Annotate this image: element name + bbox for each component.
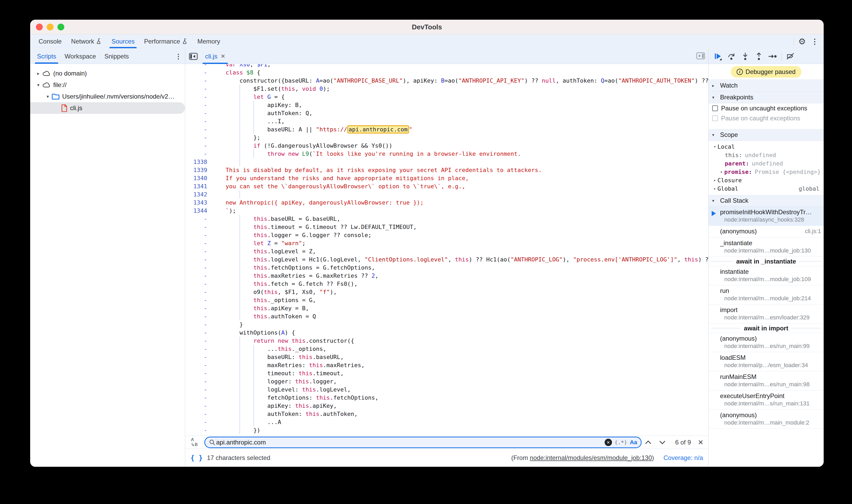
step-icon[interactable]	[767, 51, 778, 62]
code-line[interactable]: -logger: this.logger,	[185, 377, 708, 385]
line-number[interactable]: -	[185, 296, 214, 304]
stack-frame-instantiate[interactable]: instantiatenode:internal/m…module_job:10…	[709, 266, 824, 285]
tab-sources[interactable]: Sources	[107, 34, 139, 48]
code-line[interactable]: -this.baseURL = G.baseURL,	[185, 215, 708, 223]
tab-performance[interactable]: Performance	[139, 34, 193, 48]
stack-frame-runmainesm[interactable]: runMainESMnode:internal/m…es/run_main:98	[709, 371, 824, 391]
code-line[interactable]: -this.apiKey = B,	[185, 304, 708, 312]
code-line[interactable]: -class $8 {	[185, 69, 708, 76]
line-number[interactable]: -	[185, 142, 214, 150]
line-number[interactable]: -	[185, 264, 214, 272]
show-debugger-panel-icon[interactable]	[696, 52, 705, 60]
code-line[interactable]: 1338	[185, 158, 708, 166]
deactivate-breakpoints-icon[interactable]	[785, 51, 796, 62]
line-number[interactable]: -	[185, 304, 214, 312]
line-number[interactable]: 1344	[185, 206, 214, 215]
line-number[interactable]: -	[185, 353, 214, 361]
line-number[interactable]: 1343	[185, 198, 214, 206]
line-number[interactable]: -	[185, 133, 214, 142]
code-line[interactable]: -};	[185, 133, 708, 142]
callstack-section-header[interactable]: ▾ Call Stack	[709, 195, 824, 206]
code-line[interactable]: -...A	[185, 418, 708, 426]
line-number[interactable]: -	[185, 385, 214, 394]
stack-frame--anonymous-[interactable]: (anonymous)node:internal/m…main_module:2	[709, 410, 824, 429]
code-line[interactable]: -maxRetries: this.maxRetries,	[185, 361, 708, 369]
line-number[interactable]: 1340	[185, 174, 214, 182]
line-number[interactable]: -	[185, 125, 214, 133]
checkbox-row-pause-on-uncaught-exceptions[interactable]: Pause on uncaught exceptions	[709, 103, 824, 113]
line-number[interactable]: -	[185, 150, 214, 158]
code-line[interactable]: -this.authToken = Q	[185, 312, 708, 321]
code-line[interactable]: -logLevel: this.logLevel,	[185, 385, 708, 394]
code-line[interactable]: -this.logger = G.logger ?? console;	[185, 231, 708, 239]
close-search-icon[interactable]: ✕	[698, 436, 704, 449]
line-number[interactable]: -	[185, 328, 214, 337]
code-line[interactable]: -if (!G.dangerouslyAllowBrowser && Ys0()…	[185, 142, 708, 150]
scope-var-this[interactable]: this:undefined	[709, 151, 824, 159]
pretty-print-icon[interactable]: { }	[191, 454, 203, 462]
code-line[interactable]: -...this._options,	[185, 345, 708, 353]
replace-toggle-icon[interactable]: A↳B	[191, 437, 202, 448]
tree-item-file-[interactable]: ▾file://	[30, 79, 185, 91]
chevron-right-icon[interactable]: ▸	[35, 71, 42, 76]
line-number[interactable]: -	[185, 337, 214, 345]
stack-frame-run[interactable]: runnode:internal/m…module_job:214	[709, 285, 824, 304]
close-tab-icon[interactable]: ✕	[220, 53, 225, 60]
match-case-toggle-icon[interactable]: Aa	[630, 439, 637, 446]
code-line[interactable]: -o9(this, $F1, Xs0, "f"),	[185, 288, 708, 296]
line-number[interactable]: 1338	[185, 158, 214, 166]
line-number[interactable]: -	[185, 64, 214, 69]
stack-frame--anonymous-[interactable]: (anonymous)cli.js:1	[709, 226, 824, 238]
settings-gear-icon[interactable]: ⚙	[798, 37, 806, 46]
line-number[interactable]: -	[185, 255, 214, 264]
code-line[interactable]: -baseURL: this.baseURL,	[185, 353, 708, 361]
code-line[interactable]: 1344`);	[185, 206, 708, 215]
sidebar-tab-scripts[interactable]: Scripts	[33, 49, 60, 64]
chevron-down-icon[interactable]: ▾	[35, 82, 42, 88]
stack-frame-import[interactable]: importnode:internal/m…esm/loader:329	[709, 304, 824, 324]
step-over-icon[interactable]	[726, 51, 738, 62]
line-number[interactable]: -	[185, 369, 214, 377]
code-line[interactable]: -})	[185, 426, 708, 434]
stack-frame-promiseinithookwithdestroytr-[interactable]: promiseInitHookWithDestroyTr…node:intern…	[709, 206, 824, 226]
code-line[interactable]: -let G = {	[185, 93, 708, 101]
breakpoints-section-header[interactable]: ▾ Breakpoints	[709, 91, 824, 103]
line-number[interactable]: -	[185, 410, 214, 418]
source-origin-link[interactable]: node:internal/modules/esm/module_job:130	[530, 454, 652, 461]
code-line[interactable]: 1343new Anthropic({ apiKey, dangerouslyA…	[185, 198, 708, 206]
line-number[interactable]: -	[185, 321, 214, 328]
stack-frame--anonymous-[interactable]: (anonymous)node:internal/m…es/run_main:9…	[709, 333, 824, 352]
line-number[interactable]: -	[185, 223, 214, 231]
tab-console[interactable]: Console	[34, 34, 66, 48]
line-number[interactable]: -	[185, 239, 214, 247]
tab-network[interactable]: Network	[66, 34, 107, 48]
code-line[interactable]: -this.logLevel = Z,	[185, 247, 708, 255]
line-number[interactable]: -	[185, 231, 214, 239]
sidebar-more-kebab-icon[interactable]: ⋮	[175, 49, 182, 64]
line-number[interactable]: 1342	[185, 191, 214, 198]
line-number[interactable]: -	[185, 361, 214, 369]
code-line[interactable]: -this.maxRetries = G.maxRetries ?? 2,	[185, 272, 708, 280]
line-number[interactable]: -	[185, 394, 214, 402]
stack-frame--instantiate[interactable]: _instantiatenode:internal/m…module_job:1…	[709, 238, 824, 257]
code-line[interactable]: -authToken: this.authToken,	[185, 410, 708, 418]
code-line[interactable]: -constructor({baseURL: A=ao("ANTHROPIC_B…	[185, 76, 708, 85]
line-number[interactable]: 1341	[185, 182, 214, 191]
tree-item--no-domain-[interactable]: ▸(no domain)	[30, 68, 185, 79]
step-out-icon[interactable]	[753, 51, 765, 62]
line-number[interactable]: -	[185, 280, 214, 288]
code-line[interactable]: -...I,	[185, 117, 708, 125]
code-line[interactable]: -throw new L9(`It looks like you're runn…	[185, 150, 708, 158]
code-line[interactable]: -return new this.constructor({	[185, 337, 708, 345]
tree-item-users-jinhuilee-nvm-versions-node-v2-[interactable]: ▾Users/jinhuilee/.nvm/versions/node/v2…	[30, 91, 185, 102]
code-line[interactable]: -fetchOptions: this.fetchOptions,	[185, 394, 708, 402]
line-number[interactable]: 1339	[185, 166, 214, 174]
line-number[interactable]: -	[185, 312, 214, 321]
scope-group-closure[interactable]: ▸Closure	[709, 176, 824, 184]
source-code-viewer[interactable]: -var Xs0, $F1;-class $8 {-constructor({b…	[185, 64, 708, 435]
code-line[interactable]: 1341you can set the \`dangerouslyAllowBr…	[185, 182, 708, 191]
code-line[interactable]: -authToken: Q,	[185, 109, 708, 117]
sidebar-tab-workspace[interactable]: Workspace	[60, 49, 100, 64]
hide-navigator-icon[interactable]	[189, 52, 198, 60]
line-number[interactable]: -	[185, 247, 214, 255]
